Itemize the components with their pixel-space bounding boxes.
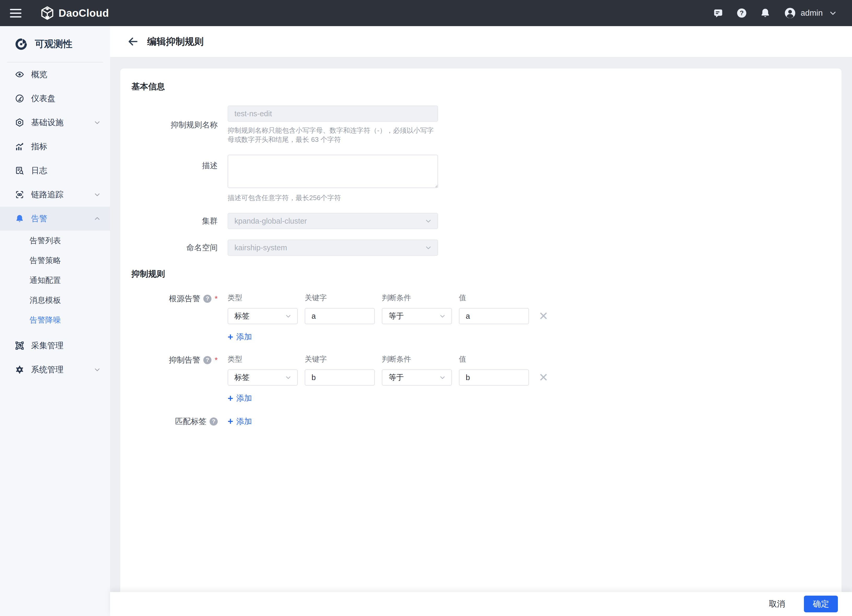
- help-icon[interactable]: ?: [210, 417, 218, 426]
- rule-name-input[interactable]: [228, 106, 438, 122]
- alert-bell-icon: [15, 214, 24, 223]
- cluster-row: 集群 kpanda-global-cluster: [131, 213, 841, 229]
- page-header: 编辑抑制规则: [110, 26, 852, 57]
- description-help: 描述可包含任意字符，最长256个字符: [228, 193, 438, 202]
- required-asterisk: *: [215, 295, 218, 302]
- description-row: 描述 描述可包含任意字符，最长256个字符: [131, 155, 841, 202]
- plus-icon: +: [228, 417, 233, 426]
- daocloud-logo-icon: [40, 6, 55, 21]
- source-alert-block: 根源告警 ? * 类型 关键字 判断条件 值: [131, 293, 841, 342]
- sidebar-title: 可观测性: [35, 38, 73, 50]
- rule-column-headers: 类型 关键字 判断条件 值: [228, 293, 548, 303]
- description-label: 描述: [131, 155, 228, 171]
- help-icon[interactable]: ?: [203, 356, 211, 364]
- match-add-button[interactable]: + 添加: [228, 416, 252, 427]
- suppress-add-button[interactable]: + 添加: [228, 393, 252, 404]
- rule-name-row: 抑制规则名称 抑制规则名称只能包含小写字母、数字和连字符（-），必须以小写字母或…: [131, 106, 841, 144]
- plus-icon: +: [228, 332, 233, 342]
- confirm-button[interactable]: 确定: [804, 596, 838, 612]
- help-icon[interactable]: ?: [203, 295, 211, 303]
- sidebar-item-collection[interactable]: 采集管理: [0, 334, 110, 358]
- suppress-alert-label-group: 抑制告警 ? *: [131, 354, 228, 366]
- sidebar-header: 可观测性: [0, 26, 110, 62]
- menu-icon[interactable]: [10, 9, 21, 18]
- app-body: 可观测性 概览 仪表盘: [0, 26, 852, 616]
- namespace-select[interactable]: kairship-system: [228, 240, 438, 256]
- gauge-icon: [15, 94, 24, 103]
- namespace-row: 命名空间 kairship-system: [131, 240, 841, 256]
- chevron-down-icon: [424, 244, 432, 252]
- log-search-icon: [15, 166, 24, 175]
- app-root: DaoCloud ?: [0, 0, 852, 616]
- remove-row-icon[interactable]: ✕: [539, 310, 548, 322]
- description-textarea[interactable]: [228, 155, 438, 188]
- source-key-input[interactable]: [305, 308, 375, 324]
- suppress-alert-block: 抑制告警 ? * 类型 关键字 判断条件 值: [131, 354, 841, 404]
- match-labels-block: 匹配标签 ? + 添加: [131, 416, 841, 427]
- sidebar-item-tracing[interactable]: 链路追踪: [0, 183, 110, 207]
- topbar: DaoCloud ?: [0, 0, 852, 26]
- sidebar-item-logs[interactable]: 日志: [0, 159, 110, 183]
- source-add-button[interactable]: + 添加: [228, 332, 252, 342]
- section-suppression-rules: 抑制规则: [131, 268, 841, 280]
- back-arrow-icon[interactable]: [127, 36, 139, 47]
- required-asterisk: *: [215, 356, 218, 364]
- cluster-select[interactable]: kpanda-global-cluster: [228, 213, 438, 229]
- chevron-down-icon: [439, 313, 446, 320]
- brand-name: DaoCloud: [59, 7, 109, 19]
- chevron-down-icon: [93, 191, 101, 199]
- collect-manage-icon: [15, 341, 24, 350]
- sidebar-item-dashboard[interactable]: 仪表盘: [0, 86, 110, 110]
- trend-chart-icon: [15, 142, 24, 151]
- trace-icon: [15, 190, 24, 199]
- sidebar-item-infrastructure[interactable]: 基础设施: [0, 110, 110, 134]
- source-op-select[interactable]: 等于: [382, 308, 452, 324]
- cancel-button[interactable]: 取消: [769, 598, 785, 610]
- gear-icon: [15, 365, 24, 374]
- help-icon[interactable]: ?: [736, 7, 748, 19]
- source-type-select[interactable]: 标签: [228, 308, 298, 324]
- section-basic-info: 基本信息: [131, 81, 841, 92]
- avatar[interactable]: [784, 7, 796, 19]
- username[interactable]: admin: [801, 8, 823, 18]
- observability-icon: [14, 37, 28, 51]
- content-area: 基本信息 抑制规则名称 抑制规则名称只能包含小写字母、数字和连字符（-），必须以…: [110, 57, 852, 592]
- suppress-type-select[interactable]: 标签: [228, 369, 298, 386]
- chevron-down-icon: [93, 366, 101, 374]
- user-chevron-down-icon[interactable]: [828, 9, 837, 18]
- suppress-key-input[interactable]: [305, 369, 375, 386]
- sidebar: 可观测性 概览 仪表盘: [0, 26, 110, 616]
- plus-icon: +: [228, 394, 233, 403]
- source-alert-label-group: 根源告警 ? *: [131, 293, 228, 304]
- footer-bar: 取消 确定: [110, 592, 852, 616]
- remove-row-icon[interactable]: ✕: [539, 372, 548, 383]
- match-labels-label-group: 匹配标签 ?: [131, 416, 228, 427]
- hexagon-icon: [15, 118, 24, 127]
- sidebar-subitem-alert-list[interactable]: 告警列表: [0, 231, 110, 251]
- cluster-label: 集群: [131, 216, 228, 226]
- main-area: 编辑抑制规则 基本信息 抑制规则名称 抑制规则名称只能包含小写字母、数字和连字符…: [110, 26, 852, 616]
- sidebar-item-metrics[interactable]: 指标: [0, 134, 110, 159]
- bell-icon[interactable]: [760, 7, 771, 19]
- suppress-op-select[interactable]: 等于: [382, 369, 452, 386]
- namespace-label: 命名空间: [131, 242, 228, 253]
- sidebar-subitem-alert-policy[interactable]: 告警策略: [0, 251, 110, 270]
- suppress-value-input[interactable]: [459, 369, 529, 386]
- chevron-down-icon: [424, 217, 432, 225]
- rule-name-label: 抑制规则名称: [131, 120, 228, 130]
- source-value-input[interactable]: [459, 308, 529, 324]
- form-card: 基本信息 抑制规则名称 抑制规则名称只能包含小写字母、数字和连字符（-），必须以…: [120, 68, 841, 592]
- sidebar-item-system[interactable]: 系统管理: [0, 358, 110, 382]
- chevron-down-icon: [439, 374, 446, 381]
- page-title: 编辑抑制规则: [147, 35, 204, 48]
- chevron-down-icon: [93, 119, 101, 127]
- sidebar-item-alerts[interactable]: 告警: [0, 207, 110, 231]
- sidebar-item-overview[interactable]: 概览: [0, 62, 110, 86]
- svg-text:?: ?: [740, 9, 743, 17]
- sidebar-subitem-alert-noise-reduction[interactable]: 告警降噪: [0, 310, 110, 330]
- sidebar-subitem-notify-config[interactable]: 通知配置: [0, 270, 110, 290]
- eye-icon: [15, 70, 24, 79]
- message-icon[interactable]: [712, 7, 724, 19]
- chevron-down-icon: [285, 313, 292, 320]
- sidebar-subitem-message-template[interactable]: 消息模板: [0, 290, 110, 310]
